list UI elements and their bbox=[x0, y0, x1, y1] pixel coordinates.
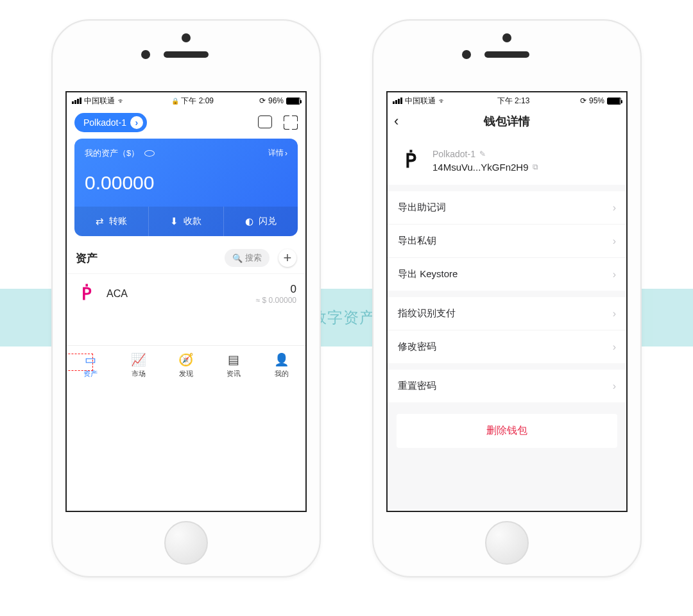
signal-icon bbox=[393, 98, 402, 104]
tab-discover[interactable]: 🧭发现 bbox=[162, 346, 210, 385]
balance-amount: 0.00000 bbox=[74, 172, 298, 207]
status-bar: 中国联通 ᯤ 🔒 下午 2:09 ⟳ 96% bbox=[67, 92, 305, 109]
lock-icon: 🔒 bbox=[171, 98, 179, 105]
wifi-icon: ᯤ bbox=[117, 96, 126, 106]
wallet-address: 14MsuVu...YkGFn2H9 bbox=[432, 162, 529, 173]
top-bar: Polkadot-1 › bbox=[67, 109, 305, 139]
scan-icon[interactable] bbox=[284, 116, 298, 130]
tab-bar: ▭资产 📈市场 🧭发现 ▤资讯 👤我的 bbox=[67, 345, 305, 385]
chevron-right-icon: › bbox=[130, 116, 143, 129]
home-button[interactable] bbox=[164, 521, 208, 565]
chevron-right-icon: › bbox=[285, 149, 287, 158]
change-password-row[interactable]: 修改密码› bbox=[388, 330, 626, 363]
wallet-name: Polkadot-1 bbox=[432, 149, 475, 159]
person-icon: 👤 bbox=[274, 352, 289, 367]
edit-icon[interactable]: ✎ bbox=[479, 150, 486, 158]
compass-icon: 🧭 bbox=[178, 352, 194, 367]
swap-button[interactable]: ◐闪兑 bbox=[223, 207, 298, 236]
clock-text: 下午 2:09 bbox=[181, 96, 214, 105]
transfer-icon: ⇄ bbox=[96, 216, 104, 227]
asset-amount: 0 bbox=[256, 283, 296, 296]
signal-icon bbox=[72, 98, 81, 104]
asset-fiat: ≈ $ 0.00000 bbox=[256, 296, 296, 305]
chevron-right-icon: › bbox=[613, 341, 616, 353]
search-input[interactable]: 🔍 搜索 bbox=[225, 249, 270, 267]
speaker-grill bbox=[164, 51, 209, 58]
clock-text: 下午 2:13 bbox=[497, 96, 530, 105]
search-icon: 🔍 bbox=[232, 253, 243, 263]
chart-icon: 📈 bbox=[131, 352, 146, 367]
chevron-right-icon: › bbox=[613, 235, 616, 247]
asset-row[interactable]: Ṗ ACA 0 ≈ $ 0.00000 bbox=[67, 273, 305, 314]
chevron-right-icon: › bbox=[613, 308, 616, 320]
news-icon: ▤ bbox=[228, 352, 239, 367]
add-asset-button[interactable]: + bbox=[278, 249, 296, 267]
phone-left: 中国联通 ᯤ 🔒 下午 2:09 ⟳ 96% Polkadot-1 › bbox=[51, 19, 321, 578]
detail-link[interactable]: 详情 › bbox=[268, 148, 287, 158]
balance-label: 我的资产（$） bbox=[85, 148, 155, 159]
assets-title: 资产 bbox=[76, 251, 98, 266]
reset-password-row[interactable]: 重置密码› bbox=[388, 370, 626, 402]
orientation-lock-icon: ⟳ bbox=[259, 96, 266, 105]
home-button[interactable] bbox=[485, 521, 529, 565]
wallet-icon: ▭ bbox=[85, 352, 96, 367]
copy-icon[interactable]: ⧉ bbox=[533, 162, 538, 171]
settings-group: 指纹识别支付› 修改密码› bbox=[388, 297, 626, 363]
battery-icon bbox=[607, 98, 621, 105]
export-group: 导出助记词› 导出私钥› 导出 Keystore› bbox=[388, 191, 626, 291]
eye-icon[interactable] bbox=[144, 150, 155, 157]
receive-icon: ⬇ bbox=[170, 216, 178, 227]
status-bar: 中国联通 ᯤ 下午 2:13 ⟳ 95% bbox=[388, 92, 626, 109]
detail-link-text: 详情 bbox=[268, 148, 284, 158]
tab-assets[interactable]: ▭资产 bbox=[67, 346, 114, 385]
fingerprint-row[interactable]: 指纹识别支付› bbox=[388, 297, 626, 330]
tab-me[interactable]: 👤我的 bbox=[258, 346, 305, 385]
screen-wallet-detail: 中国联通 ᯤ 下午 2:13 ⟳ 95% ‹ 钱包详情 Ṗ Polkadot-1… bbox=[386, 91, 628, 512]
screen-assets: 中国联通 ᯤ 🔒 下午 2:09 ⟳ 96% Polkadot-1 › bbox=[65, 91, 307, 512]
orientation-lock-icon: ⟳ bbox=[580, 96, 586, 105]
tab-news[interactable]: ▤资讯 bbox=[210, 346, 257, 385]
battery-text: 95% bbox=[589, 96, 604, 105]
export-privatekey-row[interactable]: 导出私钥› bbox=[388, 224, 626, 257]
battery-icon bbox=[286, 98, 300, 105]
wallet-info: Ṗ Polkadot-1 ✎ 14MsuVu...YkGFn2H9 ⧉ bbox=[388, 136, 626, 185]
carrier-text: 中国联通 bbox=[405, 96, 436, 107]
wifi-icon: ᯤ bbox=[438, 96, 447, 106]
reset-group: 重置密码› bbox=[388, 370, 626, 402]
search-placeholder: 搜索 bbox=[245, 252, 262, 264]
speaker-grill bbox=[484, 51, 529, 58]
page-title: 钱包详情 bbox=[388, 114, 626, 129]
nav-bar: ‹ 钱包详情 bbox=[388, 109, 626, 136]
battery-text: 96% bbox=[268, 96, 284, 105]
polkadot-logo-icon: Ṗ bbox=[76, 283, 98, 305]
wallet-switcher[interactable]: Polkadot-1 › bbox=[74, 113, 147, 132]
phone-right: 中国联通 ᯤ 下午 2:13 ⟳ 95% ‹ 钱包详情 Ṗ Polkadot-1… bbox=[372, 19, 642, 578]
sensor-dot bbox=[502, 33, 511, 42]
front-camera bbox=[462, 50, 471, 59]
polkadot-logo-icon: Ṗ bbox=[398, 148, 424, 173]
export-mnemonic-row[interactable]: 导出助记词› bbox=[388, 191, 626, 224]
balance-card: 我的资产（$） 详情 › 0.00000 ⇄转账 ⬇收款 ◐闪兑 bbox=[74, 139, 298, 236]
export-keystore-row[interactable]: 导出 Keystore› bbox=[388, 257, 626, 291]
carrier-text: 中国联通 bbox=[84, 96, 115, 107]
card-actions: ⇄转账 ⬇收款 ◐闪兑 bbox=[74, 207, 298, 236]
camera-icon[interactable] bbox=[258, 116, 272, 128]
receive-button[interactable]: ⬇收款 bbox=[148, 207, 223, 236]
sensor-dot bbox=[182, 33, 191, 42]
chevron-right-icon: › bbox=[613, 202, 616, 214]
chevron-right-icon: › bbox=[613, 269, 616, 280]
delete-wallet-button[interactable]: 删除钱包 bbox=[397, 414, 617, 448]
transfer-button[interactable]: ⇄转账 bbox=[74, 207, 148, 236]
assets-header: 资产 🔍 搜索 + bbox=[67, 236, 305, 273]
swap-icon: ◐ bbox=[245, 216, 253, 227]
chevron-right-icon: › bbox=[613, 381, 616, 392]
asset-symbol: ACA bbox=[107, 288, 256, 300]
front-camera bbox=[141, 50, 150, 59]
tab-market[interactable]: 📈市场 bbox=[114, 346, 162, 385]
wallet-switcher-label: Polkadot-1 bbox=[83, 117, 126, 128]
